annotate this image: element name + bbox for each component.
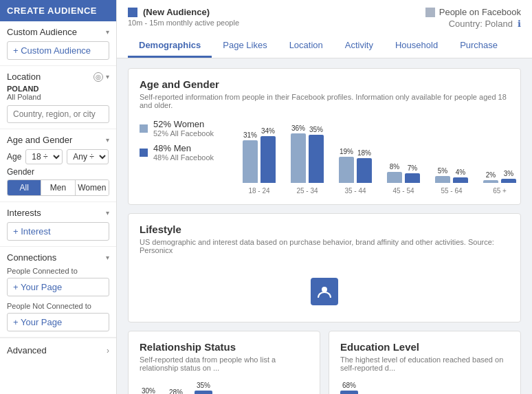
women-bar-label: 31% — [243, 131, 257, 139]
custom-audience-section: Custom Audience ▾ + Custom Audience — [0, 21, 116, 66]
women-bar-label: 8% — [390, 163, 399, 171]
women-bar — [483, 180, 498, 183]
chart-legend: 52% Women 52% All Facebook 48% Men 48% A… — [140, 119, 222, 189]
location-section: Location ◎ ▾ POLAND All Poland — [0, 66, 116, 129]
your-page-not-connected-input[interactable]: + Your Page — [7, 313, 109, 331]
relationship-bar — [195, 391, 212, 394]
location-sub: All Poland — [7, 93, 109, 101]
men-bar-col: 4% — [453, 168, 468, 183]
women-bar-col: 31% — [243, 131, 258, 183]
tab-bar: Demographics Page Likes Location Activit… — [128, 34, 521, 58]
men-bar-col: 34% — [261, 127, 276, 183]
custom-audience-header[interactable]: Custom Audience ▾ — [7, 27, 109, 37]
custom-audience-label: Custom Audience — [7, 27, 77, 37]
tab-household[interactable]: Household — [384, 34, 449, 58]
age-max-select[interactable]: Any ÷ — [67, 149, 109, 164]
education-desc: The highest level of education reached b… — [340, 355, 509, 372]
men-bar — [357, 158, 372, 183]
tab-location[interactable]: Location — [278, 34, 334, 58]
tab-purchase[interactable]: Purchase — [449, 34, 509, 58]
advanced-label: Advanced — [7, 345, 47, 355]
advanced-section[interactable]: Advanced › — [0, 338, 116, 362]
bar-pair: 2% 3% — [483, 170, 516, 183]
men-bar-label: 34% — [261, 127, 275, 135]
age-gender-desc: Self-reported information from people in… — [140, 93, 509, 109]
audience-title: (New Audience) — [128, 7, 239, 17]
tab-page-likes[interactable]: Page Likes — [212, 34, 278, 58]
info-icon: ℹ — [518, 19, 521, 29]
bar-axis-label: 25 - 34 — [296, 187, 318, 195]
women-bar — [291, 133, 306, 183]
bar-pair: 5% 4% — [435, 167, 468, 183]
bar-group: 31% 34% 18 - 24 — [239, 127, 280, 195]
women-bar — [339, 157, 354, 183]
lifestyle-title: Lifestyle — [140, 223, 509, 235]
gender-women-button[interactable]: Women — [76, 180, 109, 195]
location-input[interactable] — [7, 105, 109, 123]
bar-pair: 31% 34% — [243, 127, 276, 183]
women-bar-col: 2% — [483, 171, 498, 183]
location-icons: ◎ ▾ — [93, 72, 109, 82]
chart-area: 52% Women 52% All Facebook 48% Men 48% A… — [140, 119, 509, 195]
svg-point-0 — [322, 287, 327, 292]
men-bar-label: 7% — [408, 164, 417, 172]
men-bar-label: 4% — [456, 168, 465, 176]
men-bar — [309, 135, 324, 183]
age-gender-header[interactable]: Age and Gender ▾ — [7, 135, 109, 145]
bottom-row: Relationship Status Self-reported data f… — [128, 331, 521, 394]
chevron-down-icon: ▾ — [106, 136, 109, 144]
your-page-connected-input[interactable]: + Your Page — [7, 278, 109, 296]
bar-axis-label: 18 - 24 — [248, 187, 269, 195]
women-legend: 52% Women 52% All Facebook — [140, 119, 222, 138]
gender-men-button[interactable]: Men — [41, 180, 75, 195]
relationship-card: Relationship Status Self-reported data f… — [128, 331, 320, 394]
education-title: Education Level — [340, 341, 509, 353]
main-content: (New Audience) 10m - 15m monthly active … — [117, 0, 532, 394]
people-on-facebook: People on Facebook Country: Poland ℹ — [425, 7, 521, 29]
people-fb-title: People on Facebook — [425, 7, 521, 17]
men-bar-col: 3% — [501, 170, 516, 183]
bar-group: 5% 4% 55 - 64 — [431, 167, 472, 195]
chevron-down-icon: ▾ — [106, 73, 109, 80]
tab-demographics[interactable]: Demographics — [128, 34, 212, 58]
men-color-swatch — [140, 149, 148, 157]
interests-header[interactable]: Interests ▾ — [7, 208, 109, 218]
sidebar: CREATE AUDIENCE Custom Audience ▾ + Cust… — [0, 0, 117, 394]
relationship-bar-label: 28% — [169, 388, 183, 394]
bar-group: 8% 7% 45 - 54 — [383, 163, 424, 195]
audience-top: (New Audience) 10m - 15m monthly active … — [128, 7, 521, 29]
people-not-connected-label: People Not Connected to — [7, 302, 109, 310]
gender-label: Gender — [7, 167, 109, 177]
men-bar-col: 35% — [309, 126, 324, 183]
relationship-title: Relationship Status — [140, 341, 309, 353]
interest-input[interactable]: + Interest — [7, 222, 109, 241]
bar-group: 19% 18% 35 - 44 — [335, 148, 376, 195]
custom-audience-input[interactable]: + Custom Audience — [7, 41, 109, 60]
men-bar-label: 35% — [309, 126, 323, 133]
connections-header[interactable]: Connections ▾ — [7, 252, 109, 263]
tab-activity[interactable]: Activity — [334, 34, 384, 58]
women-bar-label: 2% — [486, 171, 496, 179]
age-min-select[interactable]: 18 ÷ — [25, 149, 63, 164]
men-bar-col: 7% — [405, 164, 420, 183]
men-bar-label: 18% — [357, 149, 371, 157]
education-bar-col: 68% — [340, 382, 358, 394]
chevron-right-icon: › — [107, 346, 109, 355]
lifestyle-desc: US demographic and interest data based o… — [140, 238, 509, 254]
bar-chart: 31% 34% 18 - 24 36% 35% 25 - 34 19% — [239, 124, 520, 195]
bar-axis-label: 65 + — [493, 187, 507, 195]
age-gender-label: Age and Gender — [7, 135, 72, 145]
location-country: POLAND — [7, 85, 109, 93]
men-bar — [405, 173, 420, 183]
men-bar — [453, 177, 468, 183]
relationship-bar-col: 35% — [195, 382, 212, 394]
gender-all-button[interactable]: All — [8, 180, 41, 195]
bar-axis-label: 55 - 64 — [441, 187, 462, 195]
chevron-down-icon: ▾ — [106, 254, 109, 261]
location-header[interactable]: Location ◎ ▾ — [7, 72, 109, 82]
connections-section: Connections ▾ People Connected to + Your… — [0, 247, 116, 338]
age-gender-section: Age and Gender ▾ Age 18 ÷ Any ÷ Gender A… — [0, 129, 116, 202]
women-bar — [435, 176, 450, 183]
education-bar-label: 68% — [342, 382, 356, 389]
age-gender-title: Age and Gender — [140, 78, 509, 90]
